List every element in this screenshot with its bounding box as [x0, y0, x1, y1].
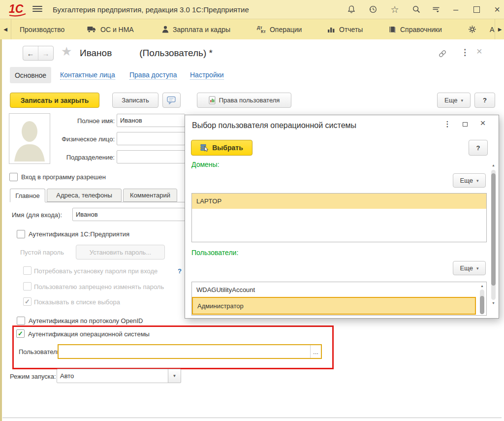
nav-tab-main[interactable]: Основное [10, 67, 51, 83]
report-document-icon [209, 96, 216, 104]
domains-more-button[interactable]: Еще ▾ [453, 173, 486, 188]
require-password-checkbox[interactable] [23, 266, 32, 275]
form-close-icon[interactable]: × [476, 46, 482, 56]
scroll-down-icon[interactable]: ▼ [490, 301, 497, 305]
tab-comment[interactable]: Комментарий [123, 189, 177, 202]
menu-scroll-left[interactable]: ◀ [0, 19, 11, 39]
login-name-input[interactable]: Иванов [72, 208, 185, 221]
login-allowed-checkbox[interactable] [9, 173, 18, 181]
menu-label: Отчеты [339, 26, 363, 33]
dialog-more-icon[interactable]: ⋮ [442, 119, 453, 130]
menu-label: А [490, 26, 494, 33]
menu-item-reports[interactable]: Отчеты [327, 19, 363, 39]
menu-item-production[interactable]: Производство [20, 19, 64, 39]
form-help-button[interactable]: ? [474, 93, 495, 108]
form-more-icon[interactable]: ⋮ [461, 48, 469, 57]
user-row[interactable]: WDAGUtilityAccount [192, 282, 486, 297]
openid-checkbox[interactable] [17, 317, 25, 325]
minimize-button[interactable]: – [450, 0, 462, 19]
nav-tab-contacts[interactable]: Контактные лица [60, 71, 115, 80]
object-type: (Пользователь) * [139, 48, 213, 59]
select-button[interactable]: Выбрать [191, 140, 252, 156]
button-label: Выбрать [212, 144, 243, 152]
menu-label: Зарплата и кадры [173, 26, 230, 33]
discussion-button[interactable] [162, 93, 181, 108]
nav-tab-access-rights[interactable]: Права доступа [129, 71, 177, 80]
favorites-icon[interactable]: ☆ [389, 0, 401, 19]
openid-label: Аутентификация по протоколу OpenID [29, 317, 143, 324]
menu-scroll-right[interactable]: ▶ [495, 19, 504, 39]
window-edge-strip [0, 39, 2, 421]
save-button[interactable]: Записать [112, 93, 158, 108]
form-bottom-border [2, 418, 502, 418]
select-action-icon [200, 144, 209, 152]
main-menu-icon[interactable] [32, 6, 42, 13]
scroll-up-icon[interactable]: ▲ [490, 163, 497, 167]
menu-label: ОС и НМА [100, 26, 134, 33]
menu-item-fixed-assets[interactable]: ОС и НМА [87, 19, 134, 39]
dt-kt-icon: ДтКт [257, 26, 266, 33]
get-link-icon[interactable] [438, 49, 447, 60]
launch-mode-dropdown-button[interactable]: ▼ [168, 369, 181, 383]
tab-addresses[interactable]: Адреса, телефоны [47, 189, 122, 202]
forward-button[interactable]: → [38, 46, 53, 60]
users-label: Пользователи: [191, 249, 238, 257]
users-more-button[interactable]: Еще ▾ [453, 261, 486, 275]
users-list-scrollbar[interactable]: ▲ [479, 283, 485, 315]
back-button[interactable]: ← [23, 46, 38, 60]
auth-1c-checkbox[interactable] [17, 230, 25, 238]
book-icon [388, 26, 396, 33]
dropdown-arrow-icon: ▾ [476, 266, 479, 271]
person-icon [162, 26, 169, 33]
truck-icon [87, 26, 96, 33]
nav-tab-settings[interactable]: Настройки [190, 71, 224, 80]
sections-menubar: ◀ Производство ОС и НМА Зарплата и кадры… [0, 19, 504, 39]
os-user-input[interactable]: ... [58, 344, 322, 359]
tab-main[interactable]: Главное [10, 189, 45, 202]
os-auth-checkbox[interactable]: ✓ [16, 329, 25, 338]
domain-row-selected[interactable]: LAPTOP [192, 194, 486, 209]
user-name: Иванов [80, 48, 112, 59]
scroll-up-icon[interactable]: ▲ [479, 284, 485, 288]
menu-item-operations[interactable]: ДтКт Операции [257, 19, 302, 39]
launch-mode-select[interactable]: Авто [57, 369, 168, 383]
close-button[interactable]: × [491, 0, 503, 19]
require-password-label: Потребовать установку пароля при входе [34, 267, 158, 275]
forbid-change-password-checkbox[interactable] [23, 282, 32, 291]
save-and-close-button[interactable]: Записать и закрыть [10, 93, 99, 108]
history-icon[interactable] [367, 0, 379, 19]
menu-item-administration-partial[interactable]: А [490, 19, 494, 39]
show-in-list-checkbox[interactable]: ✓ [23, 297, 32, 306]
users-list: WDAGUtilityAccount Администратор ▲ [191, 282, 487, 316]
notifications-icon[interactable] [346, 0, 357, 19]
dialog-maximize-icon[interactable] [460, 119, 471, 130]
speech-bubble-icon [167, 96, 176, 104]
physical-person-input[interactable] [117, 132, 185, 145]
input-value: Иванов [120, 117, 142, 124]
titlebar: 1С Бухгалтерия предприятия, редакция 3.0… [0, 0, 504, 19]
dialog-close-icon[interactable]: × [477, 118, 488, 129]
menu-label: Справочники [400, 26, 442, 33]
department-input[interactable] [117, 150, 185, 163]
user-row-selected[interactable]: Администратор [192, 297, 476, 315]
require-password-help-icon[interactable]: ? [178, 267, 182, 275]
user-rights-button[interactable]: Права пользователя [197, 93, 291, 108]
favorite-star-icon[interactable]: ★ [61, 44, 72, 59]
dialog-help-button[interactable]: ? [469, 140, 488, 156]
choose-value-button[interactable]: ... [310, 345, 321, 358]
menu-item-salary-hr[interactable]: Зарплата и кадры [162, 19, 230, 39]
forbid-change-password-label: Пользователю запрещено изменять пароль [34, 283, 164, 291]
dropdown-arrow-icon: ▾ [461, 98, 463, 103]
application-window: 1С Бухгалтерия предприятия, редакция 3.0… [0, 0, 504, 421]
auth-1c-label: Аутентификация 1С:Предприятия [29, 230, 129, 238]
set-password-button[interactable]: Установить пароль... [76, 245, 165, 259]
maximize-button[interactable] [471, 0, 482, 19]
panel-options-icon[interactable] [430, 0, 442, 19]
logo-swoosh [9, 13, 28, 17]
dialog-scrollbar[interactable]: ▲ ▼ [490, 163, 497, 307]
menu-item-directories[interactable]: Справочники [388, 19, 442, 39]
menu-item-settings[interactable] [468, 19, 476, 39]
form-more-button[interactable]: Еще ▾ [437, 93, 471, 108]
full-name-input[interactable]: Иванов [117, 114, 185, 127]
search-icon[interactable] [410, 0, 422, 19]
